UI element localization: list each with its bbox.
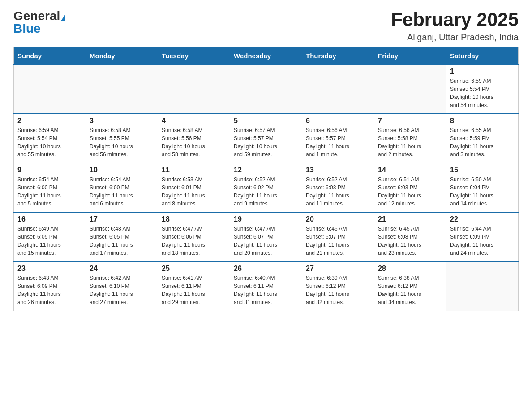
day-number: 14 [378, 166, 442, 174]
day-number: 6 [306, 117, 370, 125]
calendar-cell: 9Sunrise: 6:54 AM Sunset: 6:00 PM Daylig… [14, 163, 86, 212]
day-number: 27 [306, 265, 370, 273]
calendar-cell: 17Sunrise: 6:48 AM Sunset: 6:05 PM Dayli… [86, 212, 158, 261]
calendar-cell: 20Sunrise: 6:46 AM Sunset: 6:07 PM Dayli… [302, 212, 374, 261]
day-info: Sunrise: 6:57 AM Sunset: 5:57 PM Dayligh… [234, 126, 298, 158]
header-tuesday: Tuesday [158, 47, 230, 65]
day-info: Sunrise: 6:38 AM Sunset: 6:12 PM Dayligh… [378, 274, 442, 306]
week-row-3: 9Sunrise: 6:54 AM Sunset: 6:00 PM Daylig… [14, 163, 519, 212]
day-info: Sunrise: 6:44 AM Sunset: 6:09 PM Dayligh… [450, 225, 515, 257]
title-block: February 2025 Aliganj, Uttar Pradesh, In… [391, 9, 519, 43]
week-row-5: 23Sunrise: 6:43 AM Sunset: 6:09 PM Dayli… [14, 261, 519, 311]
calendar-cell: 27Sunrise: 6:39 AM Sunset: 6:12 PM Dayli… [302, 261, 374, 311]
day-info: Sunrise: 6:54 AM Sunset: 6:00 PM Dayligh… [17, 176, 82, 208]
day-info: Sunrise: 6:48 AM Sunset: 6:05 PM Dayligh… [90, 225, 154, 257]
day-info: Sunrise: 6:53 AM Sunset: 6:01 PM Dayligh… [162, 176, 226, 208]
calendar-cell: 5Sunrise: 6:57 AM Sunset: 5:57 PM Daylig… [230, 114, 302, 163]
header-sunday: Sunday [14, 47, 86, 65]
calendar-cell: 3Sunrise: 6:58 AM Sunset: 5:55 PM Daylig… [86, 114, 158, 163]
day-info: Sunrise: 6:43 AM Sunset: 6:09 PM Dayligh… [17, 274, 82, 306]
calendar-cell: 11Sunrise: 6:53 AM Sunset: 6:01 PM Dayli… [158, 163, 230, 212]
day-number: 12 [234, 166, 298, 174]
logo-blue-text: Blue [13, 21, 41, 36]
page-title: February 2025 [391, 9, 519, 30]
calendar-cell [86, 64, 158, 114]
calendar-cell [374, 64, 446, 114]
day-number: 22 [450, 215, 515, 223]
day-info: Sunrise: 6:59 AM Sunset: 5:54 PM Dayligh… [17, 126, 82, 158]
days-of-week-row: Sunday Monday Tuesday Wednesday Thursday… [14, 47, 519, 65]
day-number: 7 [378, 117, 442, 125]
calendar-cell: 23Sunrise: 6:43 AM Sunset: 6:09 PM Dayli… [14, 261, 86, 311]
calendar-cell: 21Sunrise: 6:45 AM Sunset: 6:08 PM Dayli… [374, 212, 446, 261]
calendar-cell: 7Sunrise: 6:56 AM Sunset: 5:58 PM Daylig… [374, 114, 446, 163]
calendar-cell: 12Sunrise: 6:52 AM Sunset: 6:02 PM Dayli… [230, 163, 302, 212]
day-info: Sunrise: 6:42 AM Sunset: 6:10 PM Dayligh… [90, 274, 154, 306]
day-info: Sunrise: 6:40 AM Sunset: 6:11 PM Dayligh… [234, 274, 298, 306]
calendar-cell: 4Sunrise: 6:58 AM Sunset: 5:56 PM Daylig… [158, 114, 230, 163]
day-info: Sunrise: 6:58 AM Sunset: 5:56 PM Dayligh… [162, 126, 226, 158]
day-number: 16 [17, 215, 82, 223]
logo-triangle-icon [60, 14, 65, 21]
calendar-cell: 16Sunrise: 6:49 AM Sunset: 6:05 PM Dayli… [14, 212, 86, 261]
day-number: 18 [162, 215, 226, 223]
header-thursday: Thursday [302, 47, 374, 65]
day-number: 4 [162, 117, 226, 125]
day-info: Sunrise: 6:55 AM Sunset: 5:59 PM Dayligh… [450, 126, 515, 158]
day-info: Sunrise: 6:59 AM Sunset: 5:54 PM Dayligh… [450, 77, 515, 109]
calendar-cell: 10Sunrise: 6:54 AM Sunset: 6:00 PM Dayli… [86, 163, 158, 212]
header-monday: Monday [86, 47, 158, 65]
calendar-cell [302, 64, 374, 114]
header-wednesday: Wednesday [230, 47, 302, 65]
header-friday: Friday [374, 47, 446, 65]
day-info: Sunrise: 6:52 AM Sunset: 6:02 PM Dayligh… [234, 176, 298, 208]
day-info: Sunrise: 6:47 AM Sunset: 6:07 PM Dayligh… [234, 225, 298, 257]
day-info: Sunrise: 6:41 AM Sunset: 6:11 PM Dayligh… [162, 274, 226, 306]
week-row-2: 2Sunrise: 6:59 AM Sunset: 5:54 PM Daylig… [14, 114, 519, 163]
day-number: 25 [162, 265, 226, 273]
day-info: Sunrise: 6:45 AM Sunset: 6:08 PM Dayligh… [378, 225, 442, 257]
calendar-cell: 13Sunrise: 6:52 AM Sunset: 6:03 PM Dayli… [302, 163, 374, 212]
day-number: 21 [378, 215, 442, 223]
day-number: 26 [234, 265, 298, 273]
day-info: Sunrise: 6:54 AM Sunset: 6:00 PM Dayligh… [90, 176, 154, 208]
week-row-1: 1Sunrise: 6:59 AM Sunset: 5:54 PM Daylig… [14, 64, 519, 114]
day-number: 19 [234, 215, 298, 223]
calendar-cell: 14Sunrise: 6:51 AM Sunset: 6:03 PM Dayli… [374, 163, 446, 212]
calendar-cell [230, 64, 302, 114]
day-number: 28 [378, 265, 442, 273]
day-info: Sunrise: 6:51 AM Sunset: 6:03 PM Dayligh… [378, 176, 442, 208]
calendar-cell: 2Sunrise: 6:59 AM Sunset: 5:54 PM Daylig… [14, 114, 86, 163]
day-number: 20 [306, 215, 370, 223]
day-number: 5 [234, 117, 298, 125]
day-number: 8 [450, 117, 515, 125]
day-number: 2 [17, 117, 82, 125]
calendar-cell [446, 261, 519, 311]
day-info: Sunrise: 6:49 AM Sunset: 6:05 PM Dayligh… [17, 225, 82, 257]
calendar-table: Sunday Monday Tuesday Wednesday Thursday… [13, 47, 519, 311]
calendar-cell: 25Sunrise: 6:41 AM Sunset: 6:11 PM Dayli… [158, 261, 230, 311]
calendar-cell [158, 64, 230, 114]
calendar-cell: 22Sunrise: 6:44 AM Sunset: 6:09 PM Dayli… [446, 212, 519, 261]
page-header: General Blue February 2025 Aliganj, Utta… [13, 9, 519, 43]
day-number: 11 [162, 166, 226, 174]
day-number: 10 [90, 166, 154, 174]
page-subtitle: Aliganj, Uttar Pradesh, India [391, 32, 519, 43]
day-info: Sunrise: 6:46 AM Sunset: 6:07 PM Dayligh… [306, 225, 370, 257]
calendar-cell: 26Sunrise: 6:40 AM Sunset: 6:11 PM Dayli… [230, 261, 302, 311]
day-number: 23 [17, 265, 82, 273]
day-number: 17 [90, 215, 154, 223]
calendar-cell: 28Sunrise: 6:38 AM Sunset: 6:12 PM Dayli… [374, 261, 446, 311]
day-number: 15 [450, 166, 515, 174]
calendar-cell [14, 64, 86, 114]
calendar-cell: 19Sunrise: 6:47 AM Sunset: 6:07 PM Dayli… [230, 212, 302, 261]
calendar-cell: 1Sunrise: 6:59 AM Sunset: 5:54 PM Daylig… [446, 64, 519, 114]
week-row-4: 16Sunrise: 6:49 AM Sunset: 6:05 PM Dayli… [14, 212, 519, 261]
day-info: Sunrise: 6:39 AM Sunset: 6:12 PM Dayligh… [306, 274, 370, 306]
day-number: 1 [450, 68, 515, 76]
calendar-cell: 8Sunrise: 6:55 AM Sunset: 5:59 PM Daylig… [446, 114, 519, 163]
calendar-cell: 24Sunrise: 6:42 AM Sunset: 6:10 PM Dayli… [86, 261, 158, 311]
day-info: Sunrise: 6:56 AM Sunset: 5:58 PM Dayligh… [378, 126, 442, 158]
day-info: Sunrise: 6:58 AM Sunset: 5:55 PM Dayligh… [90, 126, 154, 158]
day-number: 24 [90, 265, 154, 273]
